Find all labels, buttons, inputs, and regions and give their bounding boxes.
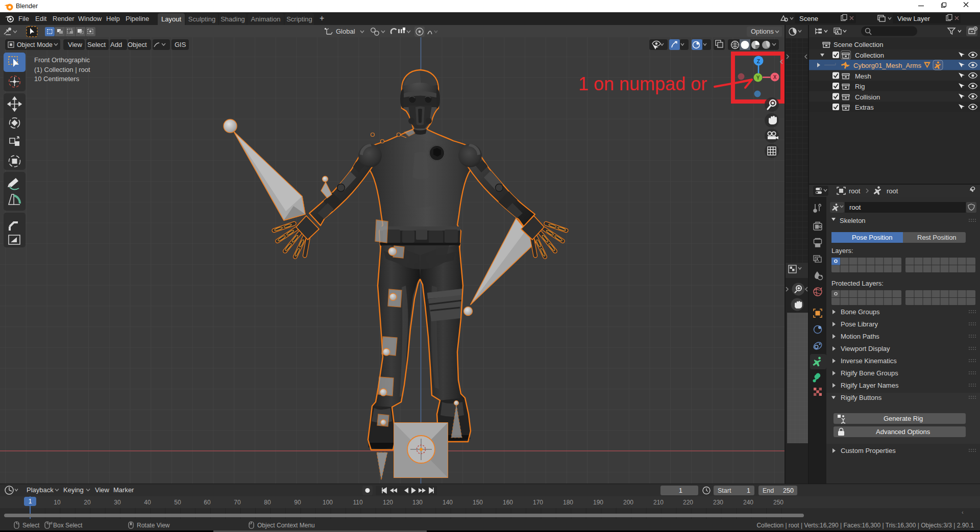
svg-text:Rigify Layer Names: Rigify Layer Names xyxy=(841,382,899,389)
svg-text:Motion Paths: Motion Paths xyxy=(841,333,879,340)
svg-text:Global: Global xyxy=(336,28,355,35)
svg-text:Box Select: Box Select xyxy=(53,522,83,529)
svg-text:Scene Collection: Scene Collection xyxy=(834,41,884,48)
svg-text:Playback: Playback xyxy=(27,486,54,494)
svg-text:End: End xyxy=(763,487,774,494)
svg-text:1 on numpad or: 1 on numpad or xyxy=(578,73,707,94)
svg-text:root: root xyxy=(887,187,898,195)
svg-text:Select: Select xyxy=(22,522,40,529)
svg-text:Object Context Menu: Object Context Menu xyxy=(257,522,315,529)
svg-text:Options: Options xyxy=(751,28,774,35)
svg-text:Layers:: Layers: xyxy=(831,247,853,255)
svg-text:Scene: Scene xyxy=(799,15,818,22)
svg-text:root: root xyxy=(849,204,861,211)
svg-text:Collection | root | Verts:16,2: Collection | root | Verts:16,290 | Faces… xyxy=(756,522,974,529)
svg-text:Select: Select xyxy=(87,41,106,48)
svg-text:Skeleton: Skeleton xyxy=(840,217,866,224)
svg-text:Object: Object xyxy=(128,41,147,48)
svg-text:Add: Add xyxy=(110,41,122,48)
svg-text:Protected Layers:: Protected Layers: xyxy=(831,280,884,287)
svg-text:Bone Groups: Bone Groups xyxy=(841,308,880,316)
svg-text:Viewport Display: Viewport Display xyxy=(841,345,890,352)
svg-text:View: View xyxy=(68,41,83,48)
svg-text:Object Mode: Object Mode xyxy=(17,41,53,48)
svg-text:Cyborg01_Mesh_Arms: Cyborg01_Mesh_Arms xyxy=(853,62,921,69)
svg-text:Pose Library: Pose Library xyxy=(841,320,878,328)
svg-text:root: root xyxy=(849,187,861,195)
svg-text:Rotate View: Rotate View xyxy=(137,522,170,529)
svg-text:Z: Z xyxy=(757,58,761,64)
svg-text:Rig: Rig xyxy=(855,83,865,90)
svg-text:Advanced Options: Advanced Options xyxy=(876,428,930,436)
svg-text:View Layer: View Layer xyxy=(897,15,930,22)
svg-text:Custom Properties: Custom Properties xyxy=(841,447,896,454)
svg-text:Mesh: Mesh xyxy=(855,72,871,80)
svg-text:View: View xyxy=(95,486,110,494)
svg-text:Pose Position: Pose Position xyxy=(852,234,893,241)
svg-text:Marker: Marker xyxy=(113,486,134,494)
svg-text:250: 250 xyxy=(783,487,794,494)
svg-text:Keying: Keying xyxy=(63,486,84,494)
svg-text:Generate Rig: Generate Rig xyxy=(884,415,923,422)
svg-text:X: X xyxy=(773,74,777,80)
svg-text:Inverse Kinematics: Inverse Kinematics xyxy=(841,357,897,365)
svg-text:Rigify Buttons: Rigify Buttons xyxy=(841,394,882,401)
svg-text:GIS: GIS xyxy=(175,41,186,48)
svg-text:Rigify Bone Groups: Rigify Bone Groups xyxy=(841,369,898,377)
svg-text:Collection: Collection xyxy=(855,52,884,59)
svg-text:Start: Start xyxy=(718,487,731,494)
svg-text:Y: Y xyxy=(756,75,760,81)
svg-text:1: 1 xyxy=(679,487,682,494)
svg-text:1: 1 xyxy=(747,487,750,494)
svg-text:Extras: Extras xyxy=(855,104,874,111)
svg-text:Collision: Collision xyxy=(855,93,880,101)
svg-text:Rest Position: Rest Position xyxy=(917,234,957,241)
